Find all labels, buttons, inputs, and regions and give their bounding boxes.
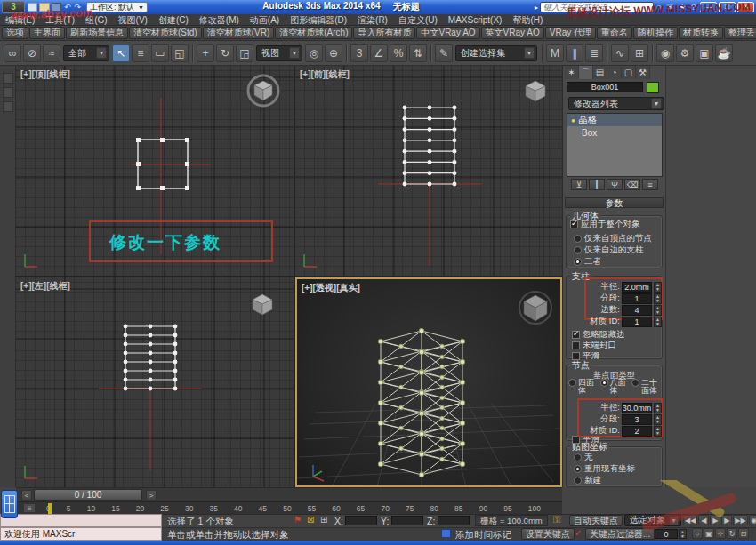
script-toolbar-button[interactable]: 中文VRay AO <box>416 27 479 39</box>
struts-check-row[interactable]: 平滑 <box>572 350 665 362</box>
search-expand-icon[interactable]: ▸ <box>535 4 538 12</box>
help-icon[interactable]: ? <box>691 3 696 12</box>
select-object-icon[interactable]: ↖ <box>112 44 130 62</box>
viewport-top[interactable]: [+][顶][线框] <box>16 66 294 276</box>
save-file-icon[interactable] <box>52 3 61 12</box>
track-bar-mode-icon[interactable]: ≣ <box>23 503 36 513</box>
communication-center-icon[interactable]: ✉ <box>666 3 673 12</box>
spinner-icon[interactable]: ▲▼ <box>654 282 662 293</box>
menu-item[interactable]: 图形编辑器(D) <box>285 14 352 26</box>
menu-item[interactable]: 自定义(U) <box>393 14 443 26</box>
minimize-button[interactable]: — <box>700 2 717 12</box>
align-icon[interactable]: ∥ <box>566 44 583 62</box>
select-and-move-icon[interactable]: + <box>197 44 214 62</box>
joints-radio[interactable]: 二十面体 <box>631 379 661 395</box>
spinner-icon[interactable]: ▲▼ <box>654 305 662 316</box>
curve-editor-icon[interactable]: ∿ <box>611 44 629 62</box>
menu-item[interactable]: 动画(A) <box>245 14 285 26</box>
value-field[interactable]: 2.0mm <box>622 282 652 293</box>
joints-radio[interactable]: 八面体 <box>600 379 630 395</box>
viewport-front[interactable]: [+][前][线框] <box>295 66 562 276</box>
time-slider-track[interactable]: < 0 / 100 > <box>16 487 562 501</box>
script-toolbar-button[interactable]: 重命名 <box>597 27 632 39</box>
tab-create[interactable]: ✶ <box>565 66 579 79</box>
use-pivot-point-center-icon[interactable]: ◎ <box>305 44 323 62</box>
angle-snap-icon[interactable]: ∠ <box>370 44 388 62</box>
checkbox-icon[interactable] <box>572 352 580 360</box>
tab-modify[interactable]: ⌒ <box>579 66 593 79</box>
geometry-radio-row[interactable]: 二者 <box>574 256 665 268</box>
spinner-icon[interactable]: ▲▼ <box>654 414 662 425</box>
modifier-stack-row[interactable]: Box <box>567 126 662 139</box>
render-setup-icon[interactable]: ⚙ <box>676 44 694 62</box>
track-bar[interactable]: 0510152025303540455055606570758085909510… <box>16 501 562 514</box>
mirror-icon[interactable]: M <box>546 44 564 62</box>
radio-icon[interactable] <box>574 477 582 485</box>
value-field[interactable]: 30.0mm <box>622 403 652 413</box>
select-and-rotate-icon[interactable]: ↻ <box>216 44 234 62</box>
transform-typein-icon[interactable]: ⊞ <box>320 515 327 525</box>
value-field[interactable]: 3 <box>622 414 652 425</box>
script-toolbar-button[interactable]: 清空材质球(VR) <box>203 27 275 39</box>
axis-constraint-x-icon[interactable] <box>3 73 13 84</box>
configure-modifier-sets-icon[interactable]: ≡ <box>642 179 658 190</box>
script-toolbar-button[interactable]: 随机操作 <box>633 27 678 39</box>
set-key-button[interactable]: 设置关键点 <box>521 528 575 540</box>
menu-item[interactable]: 创建(C) <box>153 14 194 26</box>
checkbox-icon[interactable] <box>570 220 578 228</box>
radio-icon[interactable] <box>574 453 582 461</box>
rectangular-selection-region-icon[interactable]: ▭ <box>151 44 169 62</box>
radio-icon[interactable] <box>574 465 582 473</box>
geometry-radio-row[interactable]: 仅来自顶点的节点 <box>574 233 665 244</box>
workspace-dropdown[interactable]: 工作区: 默认 ▼ <box>86 2 148 12</box>
window-crossing-icon[interactable]: ◱ <box>171 44 189 62</box>
selection-filter-dropdown[interactable]: 全部▼ <box>63 45 109 61</box>
add-time-tag-text[interactable]: 添加时间标记 <box>455 529 511 541</box>
snap-toggle-3d-icon[interactable]: 3 <box>350 44 368 62</box>
search-icon[interactable]: ○ <box>656 3 661 12</box>
object-color-swatch[interactable] <box>647 82 659 93</box>
viewport-front-label[interactable]: [+][前][线框] <box>300 68 350 81</box>
script-toolbar-button[interactable]: VRay 代理 <box>545 27 596 39</box>
render-production-icon[interactable]: ☕ <box>715 44 733 62</box>
radio-icon[interactable] <box>574 258 582 266</box>
value-field[interactable]: 2 <box>622 426 652 437</box>
script-toolbar-button[interactable]: 主界面 <box>29 27 65 39</box>
menu-item[interactable]: 组(G) <box>80 14 112 26</box>
parameters-rollout-header[interactable]: 参数 <box>565 197 664 208</box>
value-field[interactable]: 1 <box>622 317 652 327</box>
spinner-icon[interactable]: ▲▼ <box>654 317 662 327</box>
value-field[interactable]: 1 <box>622 293 652 304</box>
maximize-button[interactable]: □ <box>719 2 736 12</box>
lightbulb-icon[interactable]: ● <box>571 116 575 124</box>
axis-constraint-y-icon[interactable] <box>3 87 13 98</box>
viewport-left-label[interactable]: [+][左][线框] <box>20 280 70 293</box>
percent-snap-icon[interactable]: % <box>390 44 407 62</box>
viewport-layout-button[interactable] <box>1 490 18 518</box>
select-and-manipulate-icon[interactable]: ⊕ <box>325 44 342 62</box>
viewport-left[interactable]: [+][左][线框] <box>16 277 294 487</box>
mapping-radio-row[interactable]: 无 <box>574 452 665 463</box>
show-end-result-icon[interactable]: ┃ <box>589 179 605 190</box>
pin-stack-icon[interactable]: ⊻ <box>571 179 587 190</box>
menu-item[interactable]: 工具(T) <box>40 14 80 26</box>
time-slider-next-button[interactable]: > <box>146 490 157 501</box>
time-tag-icon[interactable] <box>441 529 451 538</box>
tab-display[interactable]: ▢ <box>622 66 636 79</box>
select-and-link-icon[interactable]: ∞ <box>4 44 21 62</box>
viewport-top-label[interactable]: [+][顶][线框] <box>20 68 70 81</box>
x-coord-field[interactable] <box>345 516 377 525</box>
script-toolbar-button[interactable]: 刷新场景信息 <box>66 27 128 39</box>
time-slider-prev-button[interactable]: < <box>21 490 32 501</box>
select-and-scale-icon[interactable]: ◲ <box>236 44 253 62</box>
apply-to-entire-object-row[interactable]: 应用于整个对象 <box>570 219 665 230</box>
menu-item[interactable]: MAXScript(X) <box>443 14 508 26</box>
geometry-radio-row[interactable]: 仅来自边的支柱 <box>574 244 665 256</box>
selection-lock-icon[interactable]: ⊠ <box>307 515 314 525</box>
open-file-icon[interactable] <box>39 3 50 12</box>
spinner-icon[interactable]: ▲▼ <box>654 426 662 437</box>
undo-icon[interactable]: ↶ <box>64 3 71 12</box>
set-key-check-icon[interactable]: ✓ <box>575 528 582 538</box>
auto-key-button[interactable]: 自动关键点 <box>569 515 623 526</box>
object-name-field[interactable]: Box001 <box>567 82 643 92</box>
